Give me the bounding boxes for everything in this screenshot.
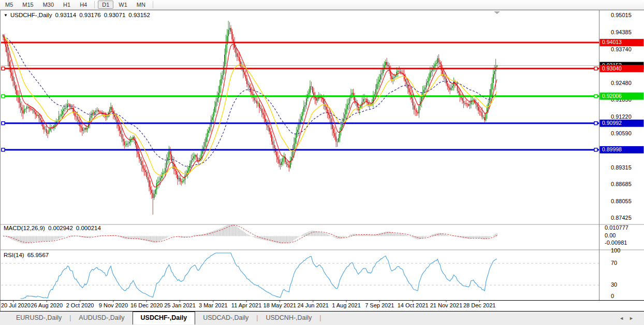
chart-title: ▼USDCHF-,Daily0.931140.931760.930710.931… [4, 12, 150, 18]
level-handle [2, 95, 5, 98]
macd-label: MACD(12,26,9)0.0029420.000214 [4, 225, 101, 231]
macd-axis-label: 0.00 [605, 232, 616, 238]
level-badge-text: 0.92006 [602, 93, 622, 99]
ohlc-close: 0.93152 [128, 12, 150, 18]
timeframe-toolbar: M5 M15 M30 H1 H4 D1 W1 MN [0, 0, 644, 10]
level-handle [594, 67, 597, 70]
timeframe-m30-button[interactable]: M30 [39, 1, 58, 9]
rsi-axis-label: 30 [611, 281, 617, 288]
level-handle [2, 67, 5, 70]
macd-axis-label: -0.00981 [605, 239, 627, 246]
price-axis-label: 0.90590 [611, 130, 632, 136]
date-axis-label: 3 Mar 2021 [199, 302, 228, 308]
level-handle [594, 95, 597, 98]
tab-usdchf-daily[interactable]: USDCHF-,Daily [133, 312, 196, 324]
rsi-axis-label: 100 [611, 247, 620, 253]
ohlc-high: 0.93176 [79, 12, 101, 18]
timeframe-h4-button[interactable]: H4 [76, 1, 91, 9]
level-badge-text: 0.94013 [602, 39, 622, 45]
toolbar-divider [153, 1, 153, 8]
date-axis-label: 26 Aug 2020 [31, 302, 63, 308]
price-axis-label: 0.92480 [611, 80, 632, 86]
timeframe-h1-button[interactable]: H1 [59, 1, 75, 9]
macd-name: MACD(12,26,9) [4, 225, 45, 231]
symbol-name: USDCHF-,Daily [10, 12, 52, 18]
trading-terminal: M5 M15 M30 H1 H4 D1 W1 MN 0.950150.94385… [0, 0, 644, 325]
date-axis-label: 28 Dec 2021 [463, 302, 495, 308]
rsi-axis-label: 70 [611, 260, 617, 266]
level-badge-text: 0.93040 [602, 65, 622, 72]
tab-scroll-right-icon: ► [629, 316, 639, 321]
date-axis-label: 20 Jul 2020 [1, 302, 31, 308]
date-axis-label: 9 Nov 2020 [99, 302, 128, 308]
date-axis-label: 7 Sep 2021 [365, 302, 394, 308]
macd-signal-value: 0.000214 [76, 225, 101, 231]
price-axis-label: 0.91220 [611, 114, 632, 120]
price-axis-label: 0.87425 [611, 215, 632, 221]
tab-usdcnh-daily[interactable]: USDCNH-,Daily [258, 313, 319, 323]
level-handle [594, 148, 597, 151]
level-badge-text: 0.89998 [602, 146, 622, 152]
timeframe-d1-button[interactable]: D1 [98, 1, 113, 9]
level-handle [594, 122, 597, 125]
price-axis-label: 0.89315 [611, 164, 632, 171]
price-axis-label: 0.95015 [611, 12, 632, 18]
date-axis-label: 11 Apr 2021 [231, 302, 262, 308]
rsi-label: RSI(14)65.9567 [4, 252, 49, 258]
date-axis-label: 16 Dec 2020 [130, 302, 163, 308]
price-axis-label: 0.88685 [611, 181, 632, 187]
date-axis-label: 14 Oct 2021 [398, 302, 429, 308]
tab-usdcad-daily[interactable]: USDCAD-,Daily [195, 313, 256, 323]
date-axis-label: 25 Jan 2021 [164, 302, 196, 308]
timeframe-m15-button[interactable]: M15 [18, 1, 37, 9]
tab-scroll-left-icon: ◄ [619, 316, 629, 321]
price-axis-label: 0.93740 [611, 46, 632, 52]
date-axis-label: 1 Aug 2021 [332, 302, 361, 308]
timeframe-w1-button[interactable]: W1 [114, 1, 131, 9]
timeframe-mn-button[interactable]: MN [133, 1, 150, 9]
date-axis-label: 24 Jun 2021 [297, 302, 329, 308]
date-axis-label: 2 Oct 2020 [66, 302, 94, 308]
level-handle [2, 148, 5, 151]
tab-separator: | [319, 314, 321, 321]
chart-canvas[interactable]: 0.950150.943850.937400.924800.918500.912… [0, 0, 644, 325]
level-handle [2, 122, 5, 125]
rsi-axis-label: 0 [611, 293, 614, 299]
price-axis-label: 0.88055 [611, 198, 632, 204]
chart-tab-bar: EURUSD-,Daily | AUDUSD-,Daily USDCHF-,Da… [0, 312, 644, 325]
rsi-name: RSI(14) [4, 252, 24, 258]
date-axis: 20 Jul 202026 Aug 20202 Oct 20209 Nov 20… [1, 301, 495, 308]
tab-eurusd-daily[interactable]: EURUSD-,Daily [8, 313, 69, 323]
date-axis-label: 18 May 2021 [264, 302, 297, 308]
price-axis-label: 0.94385 [611, 29, 632, 35]
rsi-value: 65.9567 [27, 252, 49, 258]
ohlc-low: 0.93071 [104, 12, 126, 18]
ohlc-open: 0.93114 [55, 12, 76, 18]
toolbar-divider [94, 1, 95, 8]
level-badge-text: 0.90992 [602, 120, 622, 126]
macd-axis-label: 0.010777 [605, 224, 628, 231]
tab-scroll-arrows[interactable]: ◄► [619, 316, 639, 321]
date-axis-label: 21 Nov 2021 [430, 302, 462, 308]
timeframe-m5-button[interactable]: M5 [1, 1, 17, 9]
tab-audusd-daily[interactable]: AUDUSD-,Daily [71, 313, 132, 323]
macd-value: 0.002942 [48, 225, 73, 231]
symbol-collapse-icon[interactable]: ▼ [4, 13, 8, 18]
